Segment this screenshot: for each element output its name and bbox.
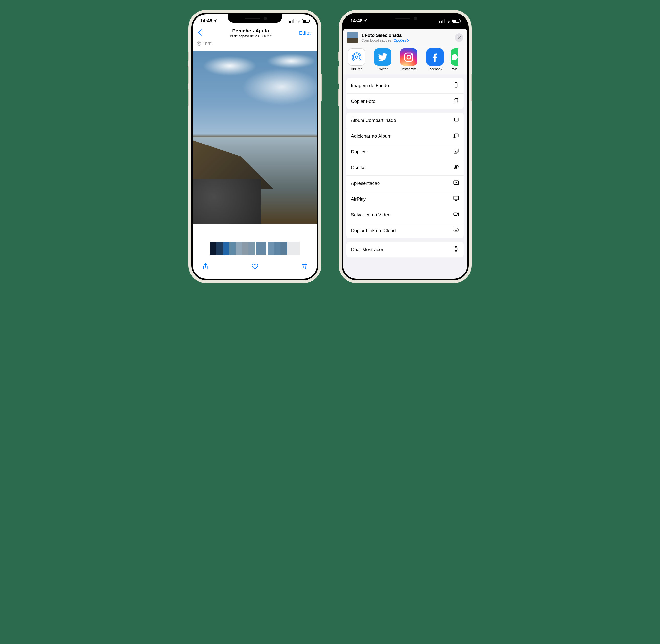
svg-rect-20 bbox=[455, 247, 457, 251]
action-watch-face[interactable]: Criar Mostrador bbox=[346, 242, 464, 257]
svg-point-3 bbox=[355, 56, 358, 58]
app-instagram[interactable]: Instagram bbox=[399, 48, 419, 71]
watch-icon bbox=[453, 246, 459, 253]
location-icon bbox=[213, 18, 217, 24]
location-icon bbox=[364, 18, 367, 24]
share-apps-row[interactable]: AirDrop Twitter Instagram bbox=[343, 46, 467, 74]
delete-button[interactable] bbox=[301, 263, 308, 271]
options-link[interactable]: Opções bbox=[393, 38, 409, 42]
battery-icon bbox=[452, 19, 460, 23]
notch bbox=[378, 14, 432, 23]
action-group-2: Álbum Compartilhado Adicionar ao Álbum D… bbox=[346, 113, 464, 238]
action-shared-album[interactable]: Álbum Compartilhado bbox=[346, 113, 464, 128]
back-button[interactable] bbox=[198, 28, 202, 38]
svg-rect-8 bbox=[455, 98, 458, 102]
edit-button[interactable]: Editar bbox=[299, 30, 312, 36]
thumbnail-scrubber[interactable] bbox=[193, 242, 317, 255]
duplicate-icon bbox=[453, 148, 459, 156]
instagram-icon bbox=[400, 48, 417, 66]
add-album-icon bbox=[453, 132, 459, 140]
wifi-icon bbox=[446, 19, 451, 23]
photo-main[interactable] bbox=[193, 51, 317, 224]
cellular-icon bbox=[289, 19, 294, 23]
cellular-icon bbox=[439, 19, 445, 23]
action-slideshow[interactable]: Apresentação bbox=[346, 175, 464, 191]
live-badge: LIVE bbox=[197, 41, 212, 47]
status-time: 14:48 bbox=[200, 18, 212, 23]
svg-point-5 bbox=[407, 55, 411, 59]
live-label: LIVE bbox=[203, 42, 212, 46]
hide-icon bbox=[453, 164, 459, 171]
nav-title: Peniche - Ajuda bbox=[229, 28, 272, 34]
svg-point-0 bbox=[199, 43, 200, 44]
status-time: 14:48 bbox=[350, 18, 363, 23]
share-sheet: 1 Foto Selecionada Com Localizações Opçõ… bbox=[343, 28, 467, 279]
action-icloud-link[interactable]: Copiar Link do iCloud bbox=[346, 223, 464, 238]
phone-icon bbox=[453, 82, 459, 89]
nav-bar: Peniche - Ajuda 19 de agosto de 2019 16:… bbox=[193, 26, 317, 40]
svg-rect-9 bbox=[455, 118, 458, 121]
action-save-video[interactable]: Salvar como Vídeo bbox=[346, 207, 464, 223]
whatsapp-icon bbox=[451, 48, 458, 66]
sheet-title: 1 Foto Selecionada bbox=[361, 33, 452, 38]
wifi-icon bbox=[296, 19, 301, 23]
header-thumbnail bbox=[347, 32, 358, 43]
airplay-icon bbox=[453, 195, 459, 203]
action-add-album[interactable]: Adicionar ao Álbum bbox=[346, 128, 464, 144]
sheet-subtitle: Com Localizações bbox=[361, 38, 391, 42]
action-copy-photo[interactable]: Copiar Foto bbox=[346, 93, 464, 109]
cloud-link-icon bbox=[453, 227, 459, 234]
app-whatsapp[interactable]: Wh bbox=[451, 48, 458, 71]
live-icon bbox=[197, 41, 201, 47]
action-hide[interactable]: Ocultar bbox=[346, 160, 464, 175]
svg-point-10 bbox=[454, 121, 455, 122]
svg-rect-19 bbox=[454, 213, 457, 216]
shared-album-icon bbox=[453, 116, 459, 124]
nav-subtitle: 19 de agosto de 2019 16:52 bbox=[229, 34, 272, 38]
facebook-icon bbox=[426, 48, 443, 66]
action-group-1: Imagem de Fundo Copiar Foto bbox=[346, 78, 464, 109]
video-icon bbox=[453, 211, 459, 218]
iphone-frame-left: 14:48 Peniche - Aj bbox=[188, 10, 321, 283]
app-facebook[interactable]: Facebook bbox=[425, 48, 445, 71]
close-button[interactable] bbox=[455, 33, 463, 42]
battery-icon bbox=[302, 19, 310, 23]
svg-rect-7 bbox=[455, 83, 457, 87]
action-airplay[interactable]: AirPlay bbox=[346, 191, 464, 207]
iphone-frame-right: 14:48 1 Foto Selecionad bbox=[339, 10, 472, 283]
svg-point-6 bbox=[411, 54, 412, 55]
action-wallpaper[interactable]: Imagem de Fundo bbox=[346, 78, 464, 93]
twitter-icon bbox=[374, 48, 391, 66]
app-twitter[interactable]: Twitter bbox=[372, 48, 393, 71]
airdrop-icon bbox=[348, 48, 365, 66]
share-button[interactable] bbox=[202, 263, 209, 271]
app-airdrop[interactable]: AirDrop bbox=[346, 48, 367, 71]
favorite-button[interactable] bbox=[251, 263, 258, 271]
copy-icon bbox=[453, 97, 459, 105]
action-group-3: Criar Mostrador bbox=[346, 242, 464, 257]
svg-rect-18 bbox=[454, 196, 459, 200]
notch bbox=[228, 14, 282, 23]
slideshow-icon bbox=[453, 180, 459, 187]
action-duplicate[interactable]: Duplicar bbox=[346, 144, 464, 160]
